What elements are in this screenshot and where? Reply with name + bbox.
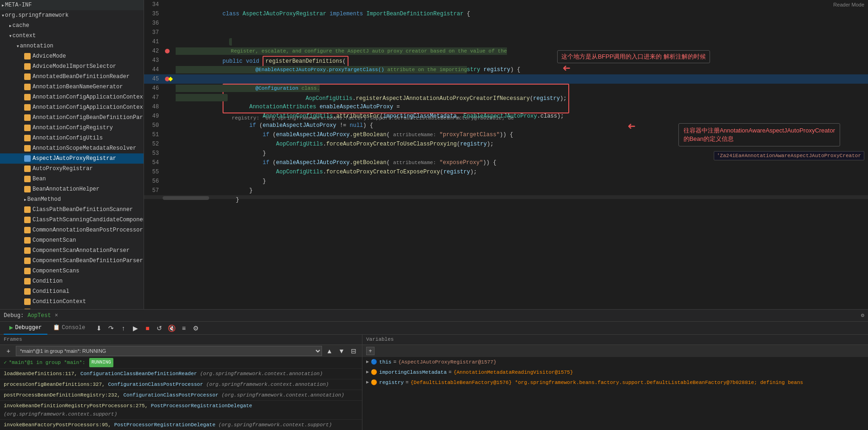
sidebar-item-classpath-scan[interactable]: ClassPathScanningCandidateComponent <box>0 215 144 225</box>
mute-btn[interactable]: 🔇 <box>167 324 176 333</box>
resume-btn[interactable]: ▶ <box>131 324 140 333</box>
gutter-54 <box>163 158 172 167</box>
frames-add-btn[interactable]: + <box>4 346 13 356</box>
line-content-36 <box>172 19 868 28</box>
thread-selector[interactable]: *main*@1 in group *main*: RUNNING <box>16 346 322 356</box>
sidebar-item-annotation-config-bean[interactable]: AnnotationConfigBeanDefinitionParser <box>0 112 144 123</box>
var-item-registry[interactable]: ▶ 🟠 registry = {DefaultListableBeanFacto… <box>362 377 868 388</box>
var-toggle-registry[interactable]: ▶ <box>366 378 369 387</box>
sidebar-item-component-scan-bean[interactable]: ComponentScanBeanDefinitionParser <box>0 256 144 266</box>
file-icon-bean <box>24 176 31 182</box>
line-num-52: 52 <box>144 139 163 149</box>
folder-icon-cache <box>9 22 13 29</box>
line-num-51: 51 <box>144 130 163 139</box>
sidebar-item-condition[interactable]: Condition <box>0 276 144 286</box>
frames-filter[interactable]: ⊟ <box>349 346 358 356</box>
sidebar-item-condition-context[interactable]: ConditionContext <box>0 297 144 307</box>
editor-area: Reader Mode 34 class AspectJAutoProxyReg… <box>144 0 868 309</box>
tab-debugger[interactable]: ▶ Debugger <box>4 322 47 335</box>
line-num-47: 47 <box>144 93 163 102</box>
file-icon-component-scan <box>24 237 31 244</box>
var-icon-importing: 🟠 <box>371 368 377 377</box>
var-add-btn[interactable]: + <box>366 347 375 355</box>
var-item-this[interactable]: ▶ 🔵 this = {AspectJAutoProxyRegistrar@15… <box>362 357 868 367</box>
callout-top-right: 'Za24iEa#AnnotationAwareAspectJAutoProxy… <box>714 151 864 160</box>
variables-list[interactable]: ▶ 🔵 this = {AspectJAutoProxyRegistrar@15… <box>362 357 868 430</box>
frame-item-2[interactable]: postProcessBeanDefinitionRegistry:232, C… <box>0 390 362 401</box>
sidebar-item-component-scans[interactable]: ComponentScans <box>0 266 144 276</box>
tab-console[interactable]: 📋 Console <box>47 322 91 335</box>
comment-block: 36 37 Register, escalate, and configure … <box>144 19 868 37</box>
sidebar[interactable]: META-INF org.springframework cache conte… <box>0 0 144 309</box>
frames-list[interactable]: ✓ *main*@1 in group *main*: RUNNING load… <box>0 357 362 430</box>
sidebar-item-conditional[interactable]: Conditional <box>0 286 144 297</box>
sidebar-item-annotation-bean-name[interactable]: AnnotationBeanNameGenerator <box>0 82 144 92</box>
frame-item-4[interactable]: invokeBeanFactoryPostProcessors:95, Post… <box>0 420 362 430</box>
sidebar-item-classpath-bean[interactable]: ClassPathBeanDefinitionScanner <box>0 205 144 215</box>
frame-loc-0: (org.springframework.context.annotation) <box>200 371 322 377</box>
var-toggle-this[interactable]: ▶ <box>366 358 369 366</box>
var-icon-this: 🔵 <box>371 358 377 366</box>
line-content-35 <box>172 9 868 19</box>
frame-item-3[interactable]: invokeBeanDefinitionRegistryPostProcesso… <box>0 401 362 420</box>
frames-nav-down[interactable]: ▼ <box>337 346 346 356</box>
sidebar-item-advicemodel[interactable]: AdviceModelImportSelector <box>0 61 144 72</box>
step-over-btn[interactable]: ⬇ <box>94 324 104 333</box>
step-into-btn[interactable]: ↷ <box>106 324 116 333</box>
step-out-btn[interactable]: ↑ <box>118 324 128 333</box>
callout-2: 往容器中注册AnnotationAwareAspectJAutoProxyCre… <box>678 123 840 146</box>
sidebar-item-bean-annotation-helper[interactable]: BeanAnnotationHelper <box>0 184 144 194</box>
sidebar-label-ann-bean-name: AnnotationBeanNameGenerator <box>33 84 123 90</box>
thread-check-icon: ✓ <box>4 358 7 367</box>
sidebar-label-bean-ann-helper: BeanAnnotationHelper <box>33 186 99 192</box>
sidebar-label-ann-config-reg: AnnotationConfigRegistry <box>33 125 113 131</box>
sidebar-label-conditional: Conditional <box>33 288 69 295</box>
breakpoint-42[interactable] <box>165 49 170 53</box>
sidebar-label-classpath-scan: ClassPathScanningCandidateComponent <box>33 217 144 223</box>
file-icon-component-scan-bean <box>24 258 31 264</box>
sidebar-item-annotation-config-ext[interactable]: AnnotationConfigApplicationContextExtens… <box>0 102 144 112</box>
gutter-50 <box>163 121 172 130</box>
gutter-47 <box>163 93 172 102</box>
line-num-50: 50 <box>144 121 163 130</box>
stop-btn[interactable]: ■ <box>143 324 152 333</box>
variables-header: Variables <box>362 335 868 345</box>
sidebar-item-org-springframework[interactable]: org.springframework <box>0 10 144 20</box>
frame-item-0[interactable]: loadBeanDefinitions:117, ConfigurationCl… <box>0 369 362 379</box>
sidebar-item-annotation[interactable]: annotation <box>0 41 144 51</box>
code-line-48: 48 AnnotationConfigUtils.attributesFor(i… <box>144 102 868 112</box>
sidebar-item-annotation-config-utils[interactable]: AnnotationConfigUtils <box>0 133 144 143</box>
sidebar-item-annotation-scope[interactable]: AnnotationScopeMetadataResolver <box>0 143 144 153</box>
sidebar-item-common-ann[interactable]: CommonAnnotationBeanPostProcessor <box>0 225 144 235</box>
sidebar-item-component-scan-parser[interactable]: ComponentScanAnnotationParser <box>0 245 144 256</box>
settings-btn[interactable]: ⚙ <box>191 324 200 333</box>
sidebar-item-context[interactable]: context <box>0 31 144 41</box>
file-icon-annotated <box>24 73 31 80</box>
gutter-42 <box>163 46 172 56</box>
editor-content[interactable]: 34 class AspectJAutoProxyRegistrar imple… <box>144 0 868 309</box>
sidebar-item-advicemode[interactable]: AdviceMode <box>0 51 144 61</box>
var-toggle-importing[interactable]: ▶ <box>366 368 369 377</box>
sidebar-item-annotated-bean[interactable]: AnnotatedBeanDefinitionReader <box>0 72 144 82</box>
horizontal-scrollbar[interactable] <box>144 195 868 199</box>
sidebar-item-cache[interactable]: cache <box>0 20 144 31</box>
variables-panel: Variables + ▶ 🔵 this = {AspectJAutoProxy… <box>362 335 868 430</box>
frame-item-1[interactable]: processConfigBeanDefinitions:327, Config… <box>0 379 362 390</box>
sidebar-item-annotation-config-registry[interactable]: AnnotationConfigRegistry <box>0 123 144 133</box>
sidebar-item-component-scan[interactable]: ComponentScan <box>0 235 144 245</box>
sidebar-item-bean-method[interactable]: BeanMethod <box>0 194 144 205</box>
folder-icon-bean-method <box>24 196 27 203</box>
sidebar-item-annotation-config-app[interactable]: AnnotationConfigApplicationContext <box>0 92 144 102</box>
gear-icon[interactable]: ⚙ <box>861 312 864 319</box>
var-item-importing[interactable]: ▶ 🟠 importingClassMetadata = {Annotation… <box>362 367 868 377</box>
gutter-41 <box>163 37 172 46</box>
frames-nav-up[interactable]: ▲ <box>325 346 334 356</box>
sidebar-item-auto-proxy[interactable]: AutoProxyRegistrar <box>0 164 144 174</box>
sidebar-item-bean[interactable]: Bean <box>0 174 144 184</box>
callout-1: 这个地方是从BFPP调用的入口进来的 解析注解的时候 <box>557 50 710 63</box>
gutter-36 <box>163 19 172 28</box>
sidebar-item-aspect-proxy-registrar[interactable]: AspectJAutoProxyRegistrar <box>0 153 144 164</box>
sidebar-item-meta-inf[interactable]: META-INF <box>0 0 144 10</box>
evaluate-btn[interactable]: ≡ <box>179 324 188 333</box>
restart-btn[interactable]: ↺ <box>155 324 164 333</box>
